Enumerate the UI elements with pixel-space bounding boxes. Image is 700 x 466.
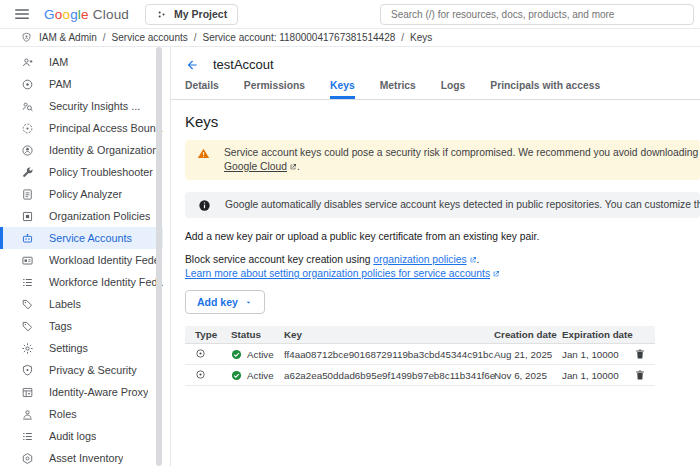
sidebar-item-audit-logs[interactable]: Audit logs <box>0 425 163 447</box>
sidebar-item-label: PAM <box>49 78 72 90</box>
sidebar-item-roles[interactable]: Roles <box>0 403 163 425</box>
sidebar-item-principal-access-boun[interactable]: Principal Access Boun... <box>0 117 163 139</box>
audit-logs-icon <box>21 430 34 443</box>
learn-more-link[interactable]: Learn more about setting organization po… <box>185 268 490 279</box>
key-status-label: Active <box>247 349 274 360</box>
key-id: ff4aa08712bce90168729119ba3cbd45344c91bc <box>284 349 494 360</box>
breadcrumb-item-iam-admin[interactable]: IAM & Admin <box>39 32 97 43</box>
key-expiration-date: Jan 1, 10000 <box>562 370 633 381</box>
sidebar-item-pam[interactable]: PAM <box>0 73 163 95</box>
info-banner: Google automatically disables service ac… <box>185 192 700 218</box>
sidebar-item-label: Organization Policies <box>49 210 150 222</box>
organization-policies-link[interactable]: organization policies <box>373 254 466 265</box>
keys-table: TypeStatusKeyCreation dateExpiration dat… <box>185 326 655 386</box>
sidebar-item-asset-inventory[interactable]: Asset Inventory <box>0 447 163 466</box>
external-link-icon <box>469 256 477 264</box>
sidebar-item-identity-organization[interactable]: Identity & Organization <box>0 139 163 161</box>
tab-permissions[interactable]: Permissions <box>244 80 305 99</box>
sidebar-item-label: Workforce Identity Fed... <box>49 276 163 288</box>
search-input[interactable] <box>381 9 693 20</box>
sidebar-item-labels[interactable]: Labels <box>0 293 163 315</box>
project-icon <box>156 9 167 20</box>
breadcrumb-item-service-accounts[interactable]: Service accounts <box>112 32 188 43</box>
trash-icon <box>634 369 646 381</box>
key-status-cell: Active <box>231 349 284 360</box>
tab-principals-with-access[interactable]: Principals with access <box>490 80 600 99</box>
sidebar-item-label: Identity-Aware Proxy <box>49 386 148 398</box>
pam-badge-icon <box>21 78 34 91</box>
sidebar-nav: IAMPAMSecurity Insights ...Principal Acc… <box>0 47 171 466</box>
sidebar-item-identity-aware-proxy[interactable]: Identity-Aware Proxy <box>0 381 163 403</box>
identity-org-icon <box>21 144 34 157</box>
sidebar-item-label: Audit logs <box>49 430 96 442</box>
iap-icon <box>21 386 34 399</box>
sidebar-item-policy-analyzer[interactable]: Policy Analyzer <box>0 183 163 205</box>
breadcrumb-separator: / <box>194 32 197 43</box>
sidebar-item-policy-troubleshooter[interactable]: Policy Troubleshooter <box>0 161 163 183</box>
sidebar-item-workforce-identity-fed[interactable]: Workforce Identity Fed... <box>0 271 163 293</box>
gear-icon <box>21 342 34 355</box>
insights-icon <box>21 100 34 113</box>
sidebar-item-security-insights[interactable]: Security Insights ... <box>0 95 163 117</box>
sidebar-item-label: Policy Analyzer <box>49 188 122 200</box>
sidebar-item-settings[interactable]: Settings <box>0 337 163 359</box>
sidebar-item-label: Principal Access Boun... <box>49 122 163 134</box>
section-heading: Keys <box>185 113 700 130</box>
delete-key-button[interactable] <box>633 348 646 361</box>
workload-identity-icon <box>21 254 34 267</box>
external-link-icon <box>492 270 500 278</box>
navigation-menu-button[interactable] <box>13 5 31 23</box>
sidebar-item-label: Service Accounts <box>49 232 132 244</box>
project-name: My Project <box>174 8 227 20</box>
gcp-console-window: Google Cloud My Project IAM & Admin/Serv… <box>0 0 700 466</box>
sidebar-item-label: Asset Inventory <box>49 452 123 464</box>
breadcrumb-item-service-account[interactable]: Service account: 118000041767381514428 <box>203 32 396 43</box>
warning-banner: Service account keys could pose a securi… <box>185 140 700 180</box>
sidebar-item-privacy-security[interactable]: Privacy & Security <box>0 359 163 381</box>
sidebar-item-label: IAM <box>49 56 68 68</box>
roles-icon <box>21 408 34 421</box>
sidebar-item-service-accounts[interactable]: Service Accounts <box>0 227 163 249</box>
delete-key-button[interactable] <box>633 369 646 382</box>
add-key-button[interactable]: Add key <box>185 290 265 314</box>
label-icon <box>21 298 34 311</box>
privacy-shield-icon <box>21 364 34 377</box>
wrench-icon <box>21 166 34 179</box>
warning-text: Service account keys could pose a securi… <box>224 146 700 160</box>
sidebar-item-label: Settings <box>49 342 88 354</box>
tab-details[interactable]: Details <box>185 80 219 99</box>
tab-logs[interactable]: Logs <box>441 80 466 99</box>
project-selector-button[interactable]: My Project <box>145 4 238 25</box>
google-cloud-logo: Google Cloud <box>44 7 129 22</box>
logo-cloud-word: Cloud <box>93 7 129 22</box>
asset-inventory-icon <box>21 452 34 465</box>
key-status-cell: Active <box>231 370 284 381</box>
column-header-type: Type <box>185 329 231 340</box>
column-header-expiration-date: Expiration date <box>562 329 633 340</box>
service-account-icon <box>21 232 34 245</box>
key-table-row: Activeff4aa08712bce90168729119ba3cbd4534… <box>185 344 655 365</box>
back-button[interactable] <box>185 58 199 72</box>
page-title: testAccout <box>213 57 274 72</box>
sidebar-item-label: Roles <box>49 408 77 420</box>
sidebar-item-tags[interactable]: Tags <box>0 315 163 337</box>
key-expiration-date: Jan 1, 10000 <box>562 349 633 360</box>
sidebar-item-iam[interactable]: IAM <box>0 51 163 73</box>
sidebar-item-organization-policies[interactable]: Organization Policies <box>0 205 163 227</box>
tab-keys[interactable]: Keys <box>330 80 355 99</box>
sidebar-scrollbar[interactable] <box>156 47 162 466</box>
warning-link-suffix: . <box>297 161 300 172</box>
sidebar-item-label: Privacy & Security <box>49 364 137 376</box>
key-creation-date: Aug 21, 2025 <box>494 349 562 360</box>
info-icon <box>198 199 211 212</box>
key-id: a62a2ea50ddad6b95e9f1499b97eb8c11b341f6e <box>284 370 494 381</box>
tab-metrics[interactable]: Metrics <box>380 80 416 99</box>
sidebar-item-workload-identity-fede[interactable]: Workload Identity Fede... <box>0 249 163 271</box>
logo-google-word: Google <box>44 7 89 22</box>
google-cloud-link[interactable]: Google Cloud <box>224 161 287 172</box>
key-type-cell <box>185 369 231 382</box>
main-panel: testAccout DetailsPermissionsKeysMetrics… <box>171 47 700 466</box>
active-check-icon <box>231 370 242 381</box>
block-text-suffix: . <box>477 254 480 265</box>
column-header-status: Status <box>231 329 284 340</box>
